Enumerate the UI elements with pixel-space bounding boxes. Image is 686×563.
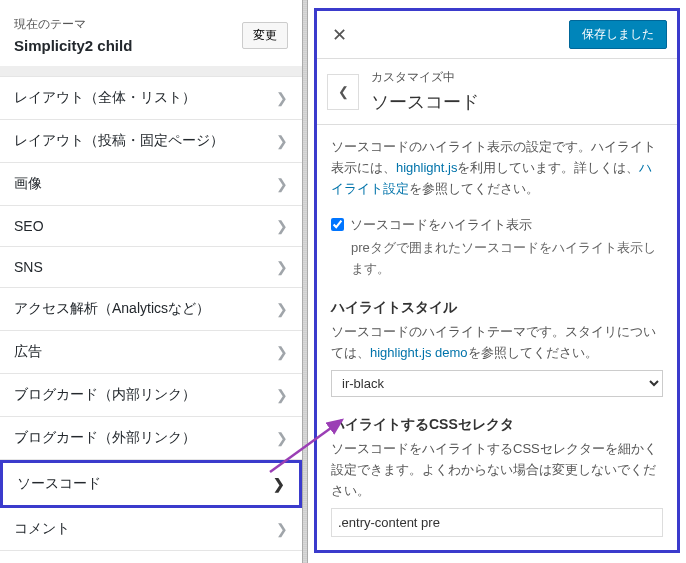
chevron-right-icon: ❯: [276, 259, 288, 275]
selector-section-desc: ソースコードをハイライトするCSSセレクターを細かく設定できます。よくわからない…: [331, 439, 663, 501]
css-selector-input[interactable]: [331, 508, 663, 537]
menu-item-blogcard-internal[interactable]: ブログカード（内部リンク） ❯: [0, 374, 302, 417]
separator: [0, 66, 302, 76]
highlightjs-demo-link[interactable]: highlight.js demo: [370, 345, 468, 360]
menu-item-ads[interactable]: 広告 ❯: [0, 331, 302, 374]
menu-label: レイアウト（全体・リスト）: [14, 89, 196, 107]
back-button[interactable]: ❮: [327, 74, 359, 110]
menu-item-comments[interactable]: コメント ❯: [0, 508, 302, 551]
highlightjs-link[interactable]: highlight.js: [396, 160, 457, 175]
menu-label: SEO: [14, 218, 44, 234]
chevron-right-icon: ❯: [273, 476, 285, 492]
chevron-right-icon: ❯: [276, 218, 288, 234]
chevron-right-icon: ❯: [276, 90, 288, 106]
menu-label: ブログカード（外部リンク）: [14, 429, 196, 447]
chevron-right-icon: ❯: [276, 344, 288, 360]
menu-label: アクセス解析（Analyticsなど）: [14, 300, 210, 318]
chevron-right-icon: ❯: [276, 176, 288, 192]
style-section-desc: ソースコードのハイライトテーマです。スタイリについては、highlight.js…: [331, 322, 663, 364]
close-icon[interactable]: ✕: [327, 24, 351, 46]
chevron-left-icon: ❮: [338, 84, 349, 99]
current-theme-label: 現在のテーマ: [14, 16, 132, 33]
menu-label: ブログカード（内部リンク）: [14, 386, 196, 404]
save-button[interactable]: 保存しました: [569, 20, 667, 49]
theme-header: 現在のテーマ Simplicity2 child 変更: [0, 0, 302, 66]
panel-description: ソースコードのハイライト表示の設定です。ハイライト表示には、highlight.…: [331, 137, 663, 199]
menu-label: 画像: [14, 175, 42, 193]
menu-item-image[interactable]: 画像 ❯: [0, 163, 302, 206]
menu-item-seo[interactable]: SEO ❯: [0, 206, 302, 247]
highlight-style-select[interactable]: ir-black: [331, 370, 663, 397]
menu-item-sns[interactable]: SNS ❯: [0, 247, 302, 288]
menu-label: コメント: [14, 520, 70, 538]
chevron-right-icon: ❯: [276, 133, 288, 149]
highlight-enable-checkbox[interactable]: [331, 218, 344, 231]
panel-title: ソースコード: [371, 90, 479, 114]
menu-item-analytics[interactable]: アクセス解析（Analyticsなど） ❯: [0, 288, 302, 331]
menu-label: 広告: [14, 343, 42, 361]
selector-section-title: ハイライトするCSSセレクタ: [331, 413, 663, 435]
customize-panel: ✕ 保存しました ❮ カスタマイズ中 ソースコード ソースコードのハイライト表示…: [314, 8, 680, 553]
chevron-right-icon: ❯: [276, 387, 288, 403]
style-section-title: ハイライトスタイル: [331, 296, 663, 318]
menu-label: レイアウト（投稿・固定ページ）: [14, 132, 224, 150]
menu-item-source-code[interactable]: ソースコード ❯: [0, 460, 302, 508]
menu-item-layout-overall[interactable]: レイアウト（全体・リスト） ❯: [0, 76, 302, 120]
highlight-enable-row[interactable]: ソースコードをハイライト表示: [331, 215, 663, 236]
breadcrumb-context: カスタマイズ中: [371, 69, 479, 86]
theme-name: Simplicity2 child: [14, 37, 132, 54]
checkbox-description: preタグで囲まれたソースコードをハイライト表示します。: [351, 238, 663, 280]
menu-label: ソースコード: [17, 475, 101, 493]
menu-label: SNS: [14, 259, 43, 275]
menu-item-layout-post[interactable]: レイアウト（投稿・固定ページ） ❯: [0, 120, 302, 163]
chevron-right-icon: ❯: [276, 521, 288, 537]
chevron-right-icon: ❯: [276, 430, 288, 446]
menu-item-blogcard-external[interactable]: ブログカード（外部リンク） ❯: [0, 417, 302, 460]
chevron-right-icon: ❯: [276, 301, 288, 317]
customizer-menu: レイアウト（全体・リスト） ❯ レイアウト（投稿・固定ページ） ❯ 画像 ❯ S…: [0, 76, 302, 551]
checkbox-label: ソースコードをハイライト表示: [350, 215, 532, 236]
change-theme-button[interactable]: 変更: [242, 22, 288, 49]
